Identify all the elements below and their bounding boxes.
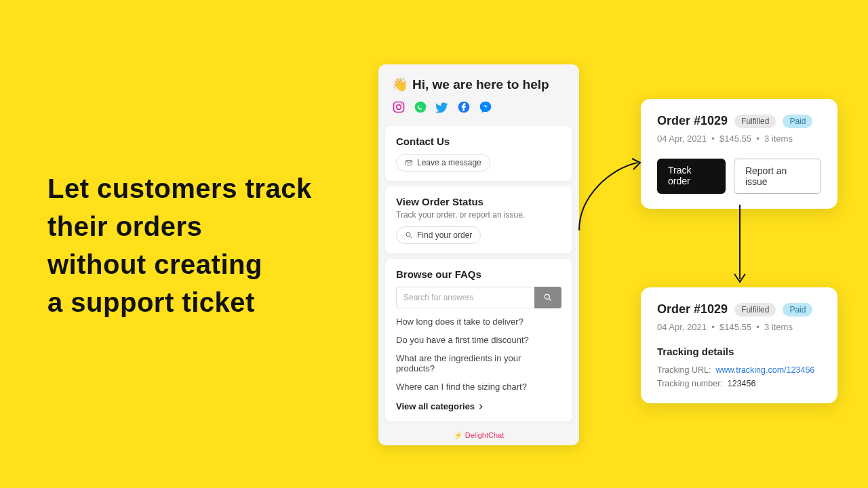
instagram-icon[interactable] [392, 100, 406, 114]
search-icon [405, 231, 413, 239]
order-status-sub: Track your order, or report an issue. [396, 210, 561, 220]
order-status-card: View Order Status Track your order, or r… [385, 186, 572, 253]
order-items: 3 items [764, 322, 793, 332]
facebook-icon[interactable] [457, 100, 471, 114]
wave-icon: 👋 [392, 77, 408, 92]
svg-point-8 [545, 294, 549, 299]
messenger-icon[interactable] [479, 100, 492, 114]
payment-badge: Paid [783, 303, 812, 317]
order-title: Order #1029 [657, 114, 728, 128]
find-order-button[interactable]: Find your order [396, 226, 481, 244]
widget-footer-brand: ⚡ DelightChat [378, 427, 579, 441]
tracking-url-label: Tracking URL: [657, 365, 711, 375]
status-badge: Fulfilled [734, 303, 776, 317]
order-actions: Track order Report an issue [657, 159, 821, 194]
faqs-card: Browse our FAQs How long does it take to… [385, 259, 572, 422]
arrow-icon [730, 205, 750, 287]
widget-title: 👋 Hi, we are here to help [392, 77, 566, 92]
faq-search-button[interactable] [534, 287, 561, 308]
widget-header: 👋 Hi, we are here to help [378, 64, 579, 121]
tracking-section: Tracking details Tracking URL: www.track… [657, 346, 821, 388]
faq-item[interactable]: Do you have a first time discount? [396, 335, 561, 345]
contact-heading: Contact Us [396, 136, 561, 147]
report-issue-button[interactable]: Report an issue [734, 159, 821, 194]
contact-card: Contact Us Leave a message [385, 126, 572, 181]
headline-line-3: without creating [47, 245, 312, 283]
view-all-label: View all categories [396, 401, 475, 411]
svg-point-1 [397, 105, 401, 110]
order-date: 04 Apr, 2021 [657, 134, 707, 144]
order-card-header: Order #1029 Fulfilled Paid [657, 114, 821, 128]
payment-badge: Paid [783, 115, 812, 128]
order-meta: 04 Apr, 2021 • $145.55 • 3 items [657, 134, 821, 144]
tracking-number-value: 123456 [728, 379, 756, 388]
headline-line-2: their orders [47, 207, 312, 245]
whatsapp-icon[interactable] [414, 100, 427, 114]
svg-point-6 [406, 232, 410, 237]
svg-point-3 [415, 102, 427, 113]
order-amount: $145.55 [719, 322, 751, 332]
faq-item[interactable]: Where can I find the sizing chart? [396, 382, 561, 392]
order-meta: 04 Apr, 2021 • $145.55 • 3 items [657, 322, 821, 332]
chevron-right-icon [477, 403, 484, 410]
svg-line-7 [410, 237, 412, 239]
order-date: 04 Apr, 2021 [657, 322, 707, 332]
tracking-number-row: Tracking number: 123456 [657, 379, 821, 388]
brand-label: DelightChat [465, 431, 504, 439]
track-order-button[interactable]: Track order [657, 159, 726, 194]
order-items: 3 items [764, 134, 793, 144]
social-row [392, 100, 566, 114]
find-order-label: Find your order [417, 230, 472, 240]
order-amount: $145.55 [719, 134, 751, 144]
headline-line-4: a support ticket [47, 283, 312, 321]
faq-search-row [396, 287, 561, 308]
leave-message-button[interactable]: Leave a message [396, 154, 490, 171]
svg-point-2 [401, 103, 403, 104]
faq-item[interactable]: How long does it take to deliver? [396, 317, 561, 327]
tracking-url-link[interactable]: www.tracking.com/123456 [715, 365, 814, 375]
faqs-heading: Browse our FAQs [396, 268, 561, 280]
helpdesk-widget: 👋 Hi, we are here to help Contact Us [378, 64, 579, 445]
svg-line-9 [549, 299, 551, 301]
tracking-number-label: Tracking number: [657, 379, 723, 388]
order-title: Order #1029 [657, 302, 728, 317]
headline: Let customers track their orders without… [47, 169, 312, 321]
bolt-icon: ⚡ [454, 431, 463, 439]
tracking-heading: Tracking details [657, 346, 821, 357]
tracking-url-row: Tracking URL: www.tracking.com/123456 [657, 365, 821, 375]
leave-message-label: Leave a message [417, 158, 481, 167]
search-icon [543, 293, 553, 302]
order-card-header: Order #1029 Fulfilled Paid [657, 302, 821, 317]
order-card-tracking: Order #1029 Fulfilled Paid 04 Apr, 2021 … [641, 287, 837, 403]
order-status-heading: View Order Status [396, 196, 561, 207]
headline-line-1: Let customers track [47, 169, 312, 207]
status-badge: Fulfilled [734, 115, 776, 128]
faq-search-input[interactable] [396, 287, 534, 308]
order-card-actions: Order #1029 Fulfilled Paid 04 Apr, 2021 … [641, 99, 837, 209]
view-all-categories-link[interactable]: View all categories [396, 401, 484, 411]
faq-item[interactable]: What are the ingredients in your product… [396, 353, 561, 373]
arrow-icon [578, 155, 646, 236]
widget-title-text: Hi, we are here to help [412, 77, 549, 92]
twitter-icon[interactable] [435, 100, 449, 114]
envelope-icon [405, 159, 413, 167]
